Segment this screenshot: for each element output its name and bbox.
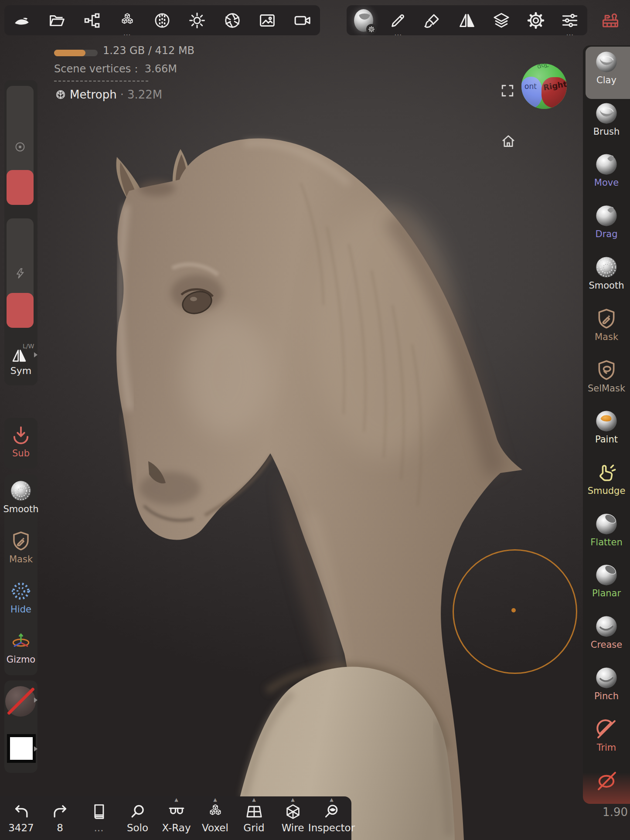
sub-tool[interactable]: Sub: [4, 424, 37, 459]
magnifier-icon: [128, 802, 147, 821]
solo-label: Solo: [127, 822, 148, 833]
radius-slider-icon: [14, 140, 27, 153]
material-button[interactable]: [354, 11, 373, 30]
left-tool-label: Smooth: [3, 504, 38, 514]
matcap-button[interactable]: [153, 11, 172, 30]
intensity-slider-icon: [14, 267, 27, 280]
sub-label: Sub: [12, 448, 30, 459]
tool-label: Trim: [597, 742, 616, 753]
solo-button[interactable]: Solo: [118, 796, 157, 840]
intensity-slider-handle[interactable]: [7, 293, 34, 328]
sub-arrow-icon: [10, 424, 32, 446]
tool-label: Clay: [596, 75, 616, 85]
voxel-button[interactable]: ▲ Voxel: [196, 796, 235, 840]
xray-button[interactable]: ▲ X-Ray: [157, 796, 196, 840]
material-expand-arrow[interactable]: [34, 697, 37, 703]
paint-sphere-icon: [595, 409, 618, 433]
tool-move[interactable]: Move: [583, 149, 630, 199]
tool-label: SelMask: [588, 383, 625, 394]
history-menu-button[interactable]: ...: [79, 796, 118, 840]
inspector-button[interactable]: ▲ Inspector: [312, 796, 351, 840]
selmask-shield-icon: [595, 358, 618, 382]
left-tool-mask[interactable]: Mask: [4, 530, 37, 565]
image-icon: [258, 11, 276, 30]
menu-more: ...: [94, 822, 104, 833]
layers-button[interactable]: [492, 11, 511, 30]
zoom-level: 1.90: [589, 806, 628, 819]
tool-mask[interactable]: Mask: [583, 303, 630, 353]
undo-button[interactable]: 3427: [2, 796, 41, 840]
voxel-cubes-icon: [118, 11, 137, 30]
tool-label: Smooth: [589, 280, 624, 291]
toolbox-button[interactable]: [601, 10, 620, 30]
tool-pinch[interactable]: Pinch: [583, 663, 630, 712]
painting-button[interactable]: [423, 11, 442, 30]
mirror-icon: [457, 11, 477, 30]
wire-button[interactable]: ▲ Wire: [273, 796, 312, 840]
home-view-button[interactable]: [499, 132, 518, 151]
background-button[interactable]: [258, 11, 277, 30]
symmetry-toggle-icon[interactable]: [10, 347, 28, 364]
recorder-button[interactable]: [293, 11, 312, 30]
gear-icon: [526, 11, 545, 30]
tool-label: Crease: [591, 639, 623, 650]
tool-clay[interactable]: Clay: [583, 47, 630, 96]
left-tool-gizmo[interactable]: Gizmo: [4, 630, 37, 665]
tool-brush[interactable]: Brush: [583, 98, 630, 148]
nomad-sculpt-app: ... ... ... 1.23 GB / 412 MB Scene verti…: [0, 0, 630, 840]
smooth-sphere-icon: [10, 480, 32, 502]
tool-label: Move: [594, 177, 619, 188]
bottom-toolbar: 3427 8 ... Solo ▲ X-Ray ▲ Voxel ▲ Grid ▲…: [0, 796, 351, 840]
left-tool-label: Gizmo: [7, 654, 35, 665]
layers-icon: [492, 11, 511, 30]
color-swatch[interactable]: [7, 734, 36, 763]
move-sphere-icon: [595, 153, 618, 176]
fullscreen-button[interactable]: [498, 81, 517, 100]
gear-badge-icon: [368, 26, 375, 33]
mesh-row[interactable]: Metroph · 3.22M: [55, 88, 162, 101]
left-tool-hide[interactable]: Hide: [4, 580, 37, 615]
matcap-sphere-icon: [153, 11, 171, 30]
gizmo-shading: [521, 64, 567, 109]
tool-drag[interactable]: Drag: [583, 201, 630, 250]
material-disabled-swatch[interactable]: [5, 686, 36, 717]
tool-flatten[interactable]: Flatten: [583, 509, 630, 558]
tool-paint[interactable]: Paint: [583, 406, 630, 456]
radius-slider-handle[interactable]: [7, 170, 34, 205]
memory-progress: [54, 50, 98, 56]
lighting-button[interactable]: [187, 11, 207, 30]
orientation-gizmo[interactable]: Top ont Right: [521, 64, 567, 109]
settings-button[interactable]: [526, 11, 545, 30]
stroke-button[interactable]: ...: [388, 11, 408, 30]
left-tool-smooth[interactable]: Smooth: [4, 480, 37, 514]
voxel-remesh-button[interactable]: ...: [118, 11, 137, 30]
gizmo-axes-icon: [10, 630, 32, 653]
sym-label: Sym: [4, 365, 37, 376]
node-graph-icon: [83, 11, 101, 30]
inspector-eye-icon: [322, 802, 341, 821]
grid-button[interactable]: ▲ Grid: [235, 796, 273, 840]
aperture-icon: [223, 11, 242, 30]
symmetry-button[interactable]: [457, 11, 477, 30]
color-expand-arrow[interactable]: [34, 746, 37, 752]
inspector-label: Inspector: [308, 822, 355, 833]
grid-label: Grid: [243, 822, 264, 833]
rail-scroll-fade: [583, 772, 630, 804]
tool-crease[interactable]: Crease: [583, 611, 630, 661]
redo-button[interactable]: 8: [41, 796, 79, 840]
sculpt-viewport[interactable]: [0, 0, 630, 840]
render-button[interactable]: [223, 11, 242, 30]
interface-button[interactable]: ...: [560, 11, 579, 30]
planar-sphere-icon: [595, 563, 618, 587]
tool-smudge[interactable]: Smudge: [583, 457, 630, 507]
tool-selmask[interactable]: SelMask: [583, 355, 630, 405]
tool-trim[interactable]: Trim: [583, 714, 630, 764]
sym-expand-arrow[interactable]: [34, 352, 37, 357]
paintbrush-icon: [423, 11, 442, 30]
files-button[interactable]: [48, 11, 67, 30]
scene-graph-button[interactable]: [82, 11, 102, 30]
tool-planar[interactable]: Planar: [583, 560, 630, 609]
home-icon: [500, 133, 517, 150]
tool-smooth[interactable]: Smooth: [583, 252, 630, 302]
app-logo-button[interactable]: [12, 11, 31, 30]
